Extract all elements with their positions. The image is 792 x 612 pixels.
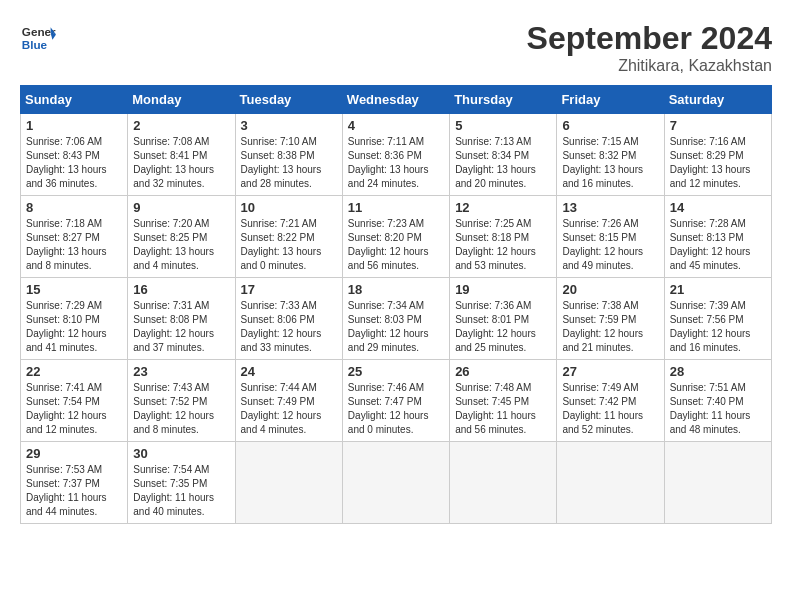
calendar-cell: [664, 442, 771, 524]
cell-content: Sunrise: 7:41 AM Sunset: 7:54 PM Dayligh…: [26, 381, 122, 437]
day-number: 13: [562, 200, 658, 215]
day-of-week-header: Wednesday: [342, 86, 449, 114]
cell-content: Sunrise: 7:31 AM Sunset: 8:08 PM Dayligh…: [133, 299, 229, 355]
calendar-cell: [557, 442, 664, 524]
calendar-cell: 12Sunrise: 7:25 AM Sunset: 8:18 PM Dayli…: [450, 196, 557, 278]
cell-content: Sunrise: 7:11 AM Sunset: 8:36 PM Dayligh…: [348, 135, 444, 191]
calendar-cell: 7Sunrise: 7:16 AM Sunset: 8:29 PM Daylig…: [664, 114, 771, 196]
cell-content: Sunrise: 7:06 AM Sunset: 8:43 PM Dayligh…: [26, 135, 122, 191]
day-number: 23: [133, 364, 229, 379]
cell-content: Sunrise: 7:16 AM Sunset: 8:29 PM Dayligh…: [670, 135, 766, 191]
cell-content: Sunrise: 7:20 AM Sunset: 8:25 PM Dayligh…: [133, 217, 229, 273]
calendar-cell: 23Sunrise: 7:43 AM Sunset: 7:52 PM Dayli…: [128, 360, 235, 442]
calendar-cell: 10Sunrise: 7:21 AM Sunset: 8:22 PM Dayli…: [235, 196, 342, 278]
calendar-cell: 25Sunrise: 7:46 AM Sunset: 7:47 PM Dayli…: [342, 360, 449, 442]
day-of-week-header: Saturday: [664, 86, 771, 114]
cell-content: Sunrise: 7:13 AM Sunset: 8:34 PM Dayligh…: [455, 135, 551, 191]
day-number: 14: [670, 200, 766, 215]
cell-content: Sunrise: 7:33 AM Sunset: 8:06 PM Dayligh…: [241, 299, 337, 355]
day-number: 19: [455, 282, 551, 297]
calendar-cell: 17Sunrise: 7:33 AM Sunset: 8:06 PM Dayli…: [235, 278, 342, 360]
calendar-cell: 2Sunrise: 7:08 AM Sunset: 8:41 PM Daylig…: [128, 114, 235, 196]
day-number: 25: [348, 364, 444, 379]
cell-content: Sunrise: 7:34 AM Sunset: 8:03 PM Dayligh…: [348, 299, 444, 355]
calendar-week-row: 22Sunrise: 7:41 AM Sunset: 7:54 PM Dayli…: [21, 360, 772, 442]
calendar-cell: 1Sunrise: 7:06 AM Sunset: 8:43 PM Daylig…: [21, 114, 128, 196]
day-of-week-header: Thursday: [450, 86, 557, 114]
day-number: 28: [670, 364, 766, 379]
calendar-cell: 13Sunrise: 7:26 AM Sunset: 8:15 PM Dayli…: [557, 196, 664, 278]
calendar-cell: 18Sunrise: 7:34 AM Sunset: 8:03 PM Dayli…: [342, 278, 449, 360]
cell-content: Sunrise: 7:39 AM Sunset: 7:56 PM Dayligh…: [670, 299, 766, 355]
cell-content: Sunrise: 7:28 AM Sunset: 8:13 PM Dayligh…: [670, 217, 766, 273]
cell-content: Sunrise: 7:51 AM Sunset: 7:40 PM Dayligh…: [670, 381, 766, 437]
calendar-cell: 11Sunrise: 7:23 AM Sunset: 8:20 PM Dayli…: [342, 196, 449, 278]
day-number: 30: [133, 446, 229, 461]
day-number: 9: [133, 200, 229, 215]
cell-content: Sunrise: 7:44 AM Sunset: 7:49 PM Dayligh…: [241, 381, 337, 437]
cell-content: Sunrise: 7:48 AM Sunset: 7:45 PM Dayligh…: [455, 381, 551, 437]
day-of-week-header: Sunday: [21, 86, 128, 114]
day-number: 7: [670, 118, 766, 133]
cell-content: Sunrise: 7:26 AM Sunset: 8:15 PM Dayligh…: [562, 217, 658, 273]
cell-content: Sunrise: 7:23 AM Sunset: 8:20 PM Dayligh…: [348, 217, 444, 273]
calendar-cell: [342, 442, 449, 524]
day-number: 8: [26, 200, 122, 215]
day-number: 29: [26, 446, 122, 461]
cell-content: Sunrise: 7:18 AM Sunset: 8:27 PM Dayligh…: [26, 217, 122, 273]
logo: General Blue: [20, 20, 56, 56]
day-number: 17: [241, 282, 337, 297]
cell-content: Sunrise: 7:54 AM Sunset: 7:35 PM Dayligh…: [133, 463, 229, 519]
svg-text:Blue: Blue: [22, 38, 48, 51]
day-number: 26: [455, 364, 551, 379]
cell-content: Sunrise: 7:43 AM Sunset: 7:52 PM Dayligh…: [133, 381, 229, 437]
cell-content: Sunrise: 7:25 AM Sunset: 8:18 PM Dayligh…: [455, 217, 551, 273]
calendar-cell: 24Sunrise: 7:44 AM Sunset: 7:49 PM Dayli…: [235, 360, 342, 442]
calendar-week-row: 1Sunrise: 7:06 AM Sunset: 8:43 PM Daylig…: [21, 114, 772, 196]
day-of-week-header: Monday: [128, 86, 235, 114]
day-number: 1: [26, 118, 122, 133]
calendar-table: SundayMondayTuesdayWednesdayThursdayFrid…: [20, 85, 772, 524]
day-number: 5: [455, 118, 551, 133]
day-number: 10: [241, 200, 337, 215]
calendar-cell: 9Sunrise: 7:20 AM Sunset: 8:25 PM Daylig…: [128, 196, 235, 278]
calendar-cell: 30Sunrise: 7:54 AM Sunset: 7:35 PM Dayli…: [128, 442, 235, 524]
cell-content: Sunrise: 7:36 AM Sunset: 8:01 PM Dayligh…: [455, 299, 551, 355]
calendar-cell: [450, 442, 557, 524]
page-header: General Blue September 2024 Zhitikara, K…: [20, 20, 772, 75]
cell-content: Sunrise: 7:10 AM Sunset: 8:38 PM Dayligh…: [241, 135, 337, 191]
day-number: 15: [26, 282, 122, 297]
calendar-header-row: SundayMondayTuesdayWednesdayThursdayFrid…: [21, 86, 772, 114]
calendar-week-row: 8Sunrise: 7:18 AM Sunset: 8:27 PM Daylig…: [21, 196, 772, 278]
calendar-cell: 3Sunrise: 7:10 AM Sunset: 8:38 PM Daylig…: [235, 114, 342, 196]
calendar-cell: [235, 442, 342, 524]
day-number: 2: [133, 118, 229, 133]
calendar-cell: 19Sunrise: 7:36 AM Sunset: 8:01 PM Dayli…: [450, 278, 557, 360]
location-subtitle: Zhitikara, Kazakhstan: [527, 57, 772, 75]
day-number: 12: [455, 200, 551, 215]
calendar-cell: 22Sunrise: 7:41 AM Sunset: 7:54 PM Dayli…: [21, 360, 128, 442]
day-number: 4: [348, 118, 444, 133]
calendar-cell: 8Sunrise: 7:18 AM Sunset: 8:27 PM Daylig…: [21, 196, 128, 278]
calendar-cell: 5Sunrise: 7:13 AM Sunset: 8:34 PM Daylig…: [450, 114, 557, 196]
calendar-cell: 14Sunrise: 7:28 AM Sunset: 8:13 PM Dayli…: [664, 196, 771, 278]
calendar-week-row: 29Sunrise: 7:53 AM Sunset: 7:37 PM Dayli…: [21, 442, 772, 524]
cell-content: Sunrise: 7:46 AM Sunset: 7:47 PM Dayligh…: [348, 381, 444, 437]
day-number: 11: [348, 200, 444, 215]
cell-content: Sunrise: 7:53 AM Sunset: 7:37 PM Dayligh…: [26, 463, 122, 519]
cell-content: Sunrise: 7:38 AM Sunset: 7:59 PM Dayligh…: [562, 299, 658, 355]
day-number: 20: [562, 282, 658, 297]
cell-content: Sunrise: 7:49 AM Sunset: 7:42 PM Dayligh…: [562, 381, 658, 437]
calendar-cell: 6Sunrise: 7:15 AM Sunset: 8:32 PM Daylig…: [557, 114, 664, 196]
calendar-cell: 16Sunrise: 7:31 AM Sunset: 8:08 PM Dayli…: [128, 278, 235, 360]
calendar-cell: 29Sunrise: 7:53 AM Sunset: 7:37 PM Dayli…: [21, 442, 128, 524]
calendar-cell: 27Sunrise: 7:49 AM Sunset: 7:42 PM Dayli…: [557, 360, 664, 442]
day-number: 16: [133, 282, 229, 297]
cell-content: Sunrise: 7:29 AM Sunset: 8:10 PM Dayligh…: [26, 299, 122, 355]
day-number: 27: [562, 364, 658, 379]
calendar-cell: 20Sunrise: 7:38 AM Sunset: 7:59 PM Dayli…: [557, 278, 664, 360]
day-number: 3: [241, 118, 337, 133]
calendar-cell: 15Sunrise: 7:29 AM Sunset: 8:10 PM Dayli…: [21, 278, 128, 360]
logo-icon: General Blue: [20, 20, 56, 56]
day-number: 21: [670, 282, 766, 297]
